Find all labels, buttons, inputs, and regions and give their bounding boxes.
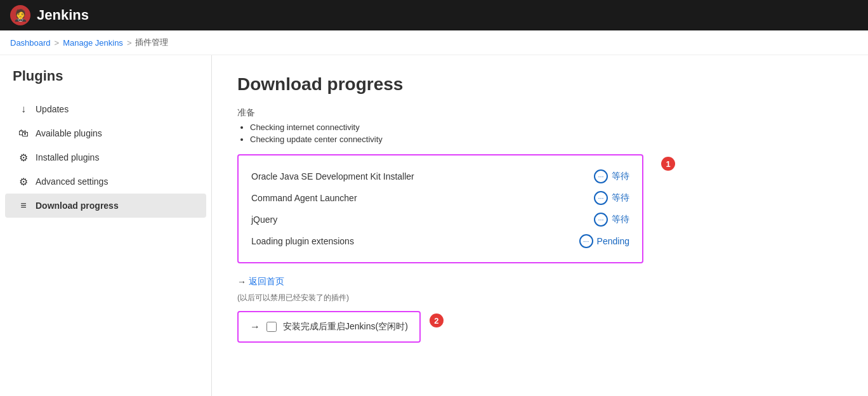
sidebar-item-label-download-progress: Download progress (36, 201, 119, 211)
return-arrow: → (237, 277, 246, 287)
breadcrumb-manage-jenkins[interactable]: Manage Jenkins (63, 38, 123, 48)
main-content: Download progress 准备 Checking internet c… (212, 55, 868, 396)
sidebar-item-label-advanced: Advanced settings (36, 176, 108, 187)
gear-icon: ⚙ (18, 152, 29, 163)
table-row: Command Agent Launcher ··· 等待 (251, 187, 629, 209)
badge-2: 2 (430, 314, 444, 327)
plugin-table-wrapper: Oracle Java SE Development Kit Installer… (237, 154, 656, 276)
sidebar-item-label-updates: Updates (36, 104, 69, 114)
plugin-status-0: ··· 等待 (594, 169, 629, 183)
sidebar-title: Plugins (0, 68, 211, 97)
app-title: Jenkins (37, 7, 89, 23)
status-text-1: 等待 (612, 192, 629, 204)
sidebar: Plugins ↓ Updates 🛍 Available plugins ⚙ … (0, 55, 212, 396)
restart-label[interactable]: 安装完成后重启Jenkins(空闲时) (283, 321, 408, 333)
breadcrumb-current: 插件管理 (135, 37, 168, 48)
header: 🤵 Jenkins (0, 0, 868, 30)
table-row: Oracle Java SE Development Kit Installer… (251, 166, 629, 187)
plugin-status-1: ··· 等待 (594, 191, 629, 205)
prep-check-0: Checking internet connectivity (250, 122, 843, 132)
restart-checkbox[interactable] (266, 322, 277, 332)
status-icon-0: ··· (594, 169, 608, 183)
prep-label: 准备 (237, 107, 843, 119)
settings-icon: ⚙ (18, 176, 29, 187)
list-icon: ≡ (18, 200, 29, 211)
prep-checks-list: Checking internet connectivity Checking … (237, 122, 843, 144)
restart-panel: → 安装完成后重启Jenkins(空闲时) (237, 311, 421, 343)
breadcrumb: Dashboard > Manage Jenkins > 插件管理 (0, 30, 868, 55)
download-icon: ↓ (18, 103, 29, 115)
table-row: Loading plugin extensions ··· Pending (251, 230, 629, 252)
sidebar-item-available[interactable]: 🛍 Available plugins (5, 121, 206, 145)
return-link: → 返回首页 (237, 276, 843, 287)
plugin-name-1: Command Agent Launcher (251, 193, 357, 203)
logo-emoji: 🤵 (13, 8, 27, 22)
return-home-link[interactable]: 返回首页 (249, 276, 284, 287)
breadcrumb-sep-2: > (127, 38, 132, 48)
panel-arrow: → (250, 321, 260, 333)
status-icon-2: ··· (594, 213, 608, 227)
badge-1: 1 (661, 157, 675, 171)
plugin-table: Oracle Java SE Development Kit Installer… (237, 154, 643, 263)
status-text-0: 等待 (612, 171, 629, 182)
return-sub: (以后可以禁用已经安装了的插件) (237, 293, 843, 303)
layout: Plugins ↓ Updates 🛍 Available plugins ⚙ … (0, 55, 868, 396)
status-text-2: 等待 (612, 214, 629, 225)
status-icon-1: ··· (594, 191, 608, 205)
sidebar-item-label-installed: Installed plugins (36, 152, 99, 162)
checkbox-panel-wrapper: → 安装完成后重启Jenkins(空闲时) 2 (237, 311, 421, 343)
shop-icon: 🛍 (18, 128, 29, 139)
sidebar-item-updates[interactable]: ↓ Updates (5, 97, 206, 121)
plugin-name-0: Oracle Java SE Development Kit Installer (251, 171, 414, 182)
prep-check-1: Checking update center connectivity (250, 135, 843, 144)
prep-section: 准备 Checking internet connectivity Checki… (237, 107, 843, 144)
sidebar-item-download-progress[interactable]: ≡ Download progress (5, 194, 206, 218)
page-title: Download progress (237, 74, 843, 95)
sidebar-item-advanced[interactable]: ⚙ Advanced settings (5, 169, 206, 194)
jenkins-logo: 🤵 (10, 5, 30, 25)
sidebar-item-installed[interactable]: ⚙ Installed plugins (5, 145, 206, 169)
breadcrumb-sep-1: > (55, 38, 60, 48)
breadcrumb-dashboard[interactable]: Dashboard (10, 38, 51, 48)
plugin-name-2: jQuery (251, 214, 277, 225)
plugin-status-3: ··· Pending (579, 234, 629, 248)
table-row: jQuery ··· 等待 (251, 209, 629, 230)
sidebar-item-label-available: Available plugins (36, 128, 102, 138)
status-icon-3: ··· (579, 234, 593, 248)
plugin-status-2: ··· 等待 (594, 213, 629, 227)
plugin-name-3: Loading plugin extensions (251, 236, 354, 246)
status-text-3: Pending (597, 236, 629, 246)
